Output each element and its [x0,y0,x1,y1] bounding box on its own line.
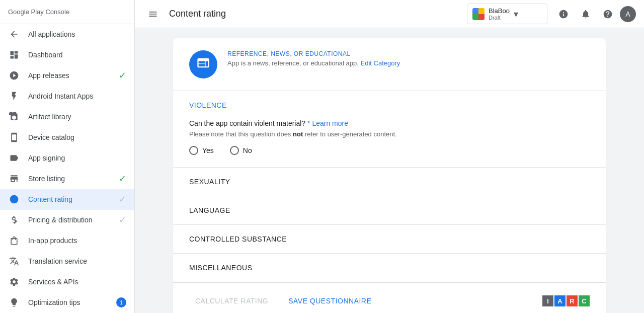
sidebar-item-label: Store listing [28,175,119,183]
sidebar-item-label: Dashboard [28,51,126,59]
sidebar-item-translation[interactable]: Translation service [0,251,134,272]
sidebar-item-in-app-products[interactable]: In-app products [0,230,134,251]
app-name: BlaBoo [489,7,510,15]
calculate-rating-button[interactable]: CALCULATE RATING [189,293,274,309]
user-avatar[interactable]: A [620,6,636,22]
sidebar-item-label: In-app products [28,237,126,245]
back-icon [8,28,20,40]
sidebar-item-device-catalog[interactable]: Device catalog [0,127,134,148]
sidebar-item-label: Translation service [28,257,126,265]
check-green-icon: ✓ [119,173,126,184]
sidebar-item-label: All applications [28,30,126,38]
radio-yes[interactable]: Yes [189,146,214,155]
violence-content: Can the app contain violent material? * … [173,119,606,167]
content-rating-icon [8,193,20,205]
learn-more-link[interactable]: Learn more [312,119,348,127]
radio-circle-no [230,146,239,155]
controlled-substance-title: CONTROLLED SUBSTANCE [189,235,287,243]
category-type: REFERENCE, NEWS, OR EDUCATIONAL [227,50,590,57]
save-questionnaire-button[interactable]: SAVE QUESTIONNAIRE [282,293,377,309]
sidebar-item-artifact-library[interactable]: Artifact library [0,107,134,127]
miscellaneous-header[interactable]: MISCELLANEOUS [173,254,606,282]
translation-icon [8,255,20,267]
iarc-letter-i: I [542,295,553,306]
sidebar-item-app-signing[interactable]: App signing [0,148,134,169]
services-icon [8,276,20,288]
optimization-icon [8,296,20,308]
page-title: Content rating [169,9,461,19]
in-app-icon [8,234,20,247]
main-area: Content rating BlaBoo Draft ▾ [135,0,644,313]
iarc-logo: I A R C [542,295,590,306]
check-green-icon: ✓ [119,70,126,81]
iarc-letter-c: C [579,295,590,306]
violence-note: Please note that this question does not … [189,130,590,138]
miscellaneous-title: MISCELLANEOUS [189,264,253,272]
check-gray-icon: ✓ [119,214,126,225]
sexuality-section: SEXUALITY [173,168,606,196]
sidebar-item-label: App releases [28,71,119,80]
radio-label-no: No [243,146,252,154]
signing-icon [8,152,20,164]
radio-no[interactable]: No [230,146,252,155]
edit-category-link[interactable]: Edit Category [361,59,400,67]
sexuality-header[interactable]: SEXUALITY [173,168,606,196]
controlled-substance-header[interactable]: CONTROLLED SUBSTANCE [173,225,606,253]
device-icon [8,131,20,143]
news-icon [196,56,210,73]
violence-question: Can the app contain violent material? * … [189,119,590,127]
instant-apps-icon [8,90,20,102]
controlled-substance-section: CONTROLLED SUBSTANCE [173,225,606,254]
topbar: Content rating BlaBoo Draft ▾ [135,0,644,28]
sidebar-item-dashboard[interactable]: Dashboard [0,45,134,65]
iarc-letter-r: R [567,295,578,306]
dashboard-icon [8,49,20,61]
topbar-actions: A [553,4,636,24]
sidebar-item-store-listing[interactable]: Store listing ✓ [0,169,134,189]
sidebar-item-label: Content rating [28,195,119,203]
sidebar-item-pricing[interactable]: Pricing & distribution ✓ [0,210,134,230]
sidebar-item-label: Device catalog [28,133,126,141]
logo-text: Google Play Console [8,8,69,16]
form-card: REFERENCE, NEWS, OR EDUCATIONAL App is a… [173,38,606,313]
required-asterisk: * [307,119,312,127]
radio-group: Yes No [189,146,590,155]
info-button[interactable] [553,4,574,24]
svg-point-0 [10,195,19,204]
sidebar-logo: Google Play Console [0,0,134,24]
store-icon [8,173,20,185]
help-button[interactable] [598,4,618,24]
chevron-down-icon: ▾ [514,9,518,20]
sidebar-item-android-instant[interactable]: Android Instant Apps [0,86,134,107]
app-selector[interactable]: BlaBoo Draft ▾ [467,4,547,24]
artifact-icon [8,111,20,123]
sidebar-item-all-apps[interactable]: All applications [0,24,134,45]
sidebar-item-optimization[interactable]: Optimization tips 1 [0,292,134,313]
sidebar-item-label: Pricing & distribution [28,216,119,224]
radio-circle-yes [189,146,198,155]
violence-header[interactable]: VIOLENCE [173,91,606,119]
sidebar-item-label: Optimization tips [28,298,116,306]
language-title: LANGUAGE [189,206,230,214]
menu-button[interactable] [143,4,163,24]
badge: 1 [116,297,126,307]
language-header[interactable]: LANGUAGE [173,196,606,224]
sidebar-item-app-releases[interactable]: App releases ✓ [0,65,134,86]
app-status: Draft [489,15,510,21]
sidebar-item-content-rating[interactable]: Content rating ✓ [0,189,134,210]
app-category-section: REFERENCE, NEWS, OR EDUCATIONAL App is a… [173,38,606,91]
check-gray-icon: ✓ [119,194,126,205]
language-section: LANGUAGE [173,196,606,225]
violence-section: VIOLENCE Can the app contain violent mat… [173,91,606,168]
sidebar-item-label: Android Instant Apps [28,92,126,100]
radio-label-yes: Yes [202,146,214,154]
form-footer: CALCULATE RATING SAVE QUESTIONNAIRE I A … [173,282,606,313]
sidebar-item-services[interactable]: Services & APIs [0,272,134,292]
violence-title: VIOLENCE [189,101,227,109]
category-icon [189,50,217,79]
app-info: BlaBoo Draft [489,7,510,21]
note-bold: not [293,130,303,138]
sidebar-item-label: App signing [28,154,126,162]
notifications-button[interactable] [576,4,596,24]
content-area: REFERENCE, NEWS, OR EDUCATIONAL App is a… [135,28,644,313]
